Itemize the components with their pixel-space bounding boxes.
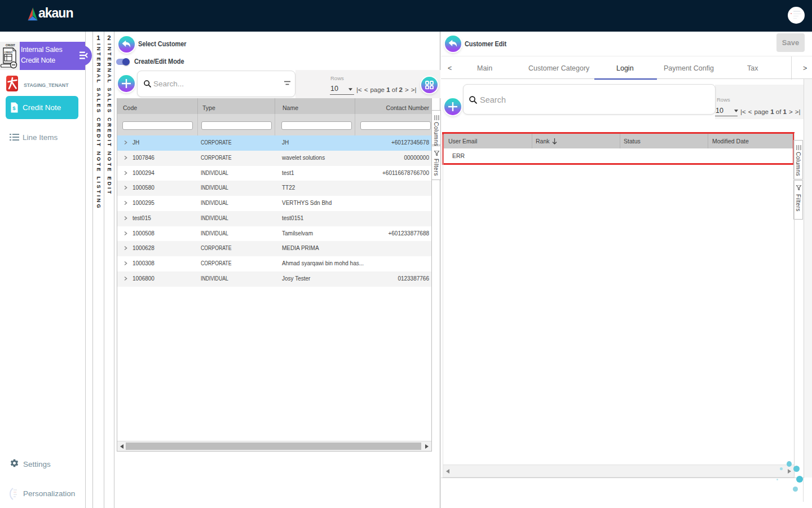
svg-text:CREDIT: CREDIT [6, 44, 15, 47]
svg-text:$: $ [12, 105, 16, 111]
svg-text:CREDIT: CREDIT [5, 51, 13, 54]
